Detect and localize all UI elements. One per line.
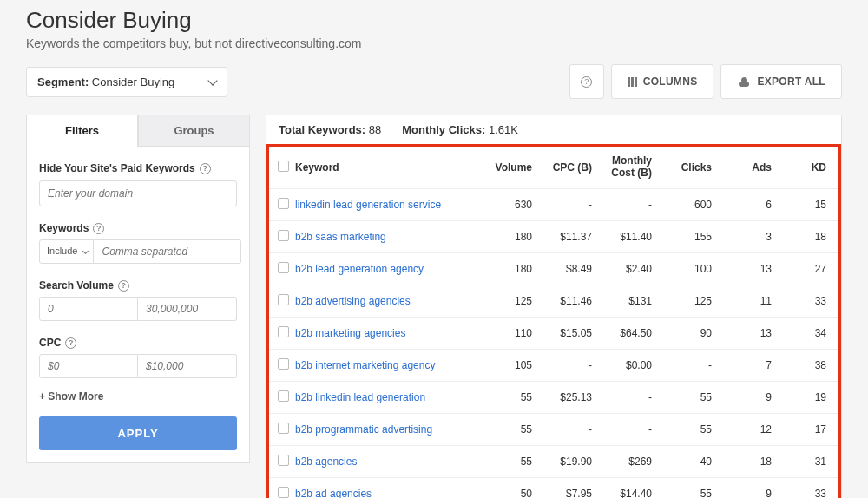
show-more-link[interactable]: + Show More bbox=[39, 390, 237, 403]
cell-clicks: 600 bbox=[659, 188, 719, 220]
export-all-button[interactable]: EXPORT ALL bbox=[720, 64, 842, 99]
cloud-icon bbox=[737, 77, 751, 87]
col-clicks[interactable]: Clicks bbox=[659, 147, 719, 188]
cell-cpc: $7.95 bbox=[539, 477, 599, 498]
keyword-link[interactable]: b2b agencies bbox=[295, 455, 357, 468]
cell-kd: 17 bbox=[779, 413, 838, 445]
apply-button[interactable]: APPLY bbox=[39, 416, 237, 450]
keyword-link[interactable]: b2b marketing agencies bbox=[295, 327, 405, 339]
row-checkbox[interactable] bbox=[278, 230, 289, 241]
cell-volume: 110 bbox=[479, 317, 539, 349]
row-checkbox[interactable] bbox=[278, 198, 289, 209]
cell-clicks: 55 bbox=[659, 381, 719, 413]
row-checkbox[interactable] bbox=[278, 455, 289, 466]
col-ads[interactable]: Ads bbox=[719, 147, 779, 188]
help-button[interactable]: ? bbox=[569, 64, 604, 99]
cell-ads: 6 bbox=[719, 188, 779, 220]
cell-monthly: $269 bbox=[599, 445, 659, 477]
cell-clicks: - bbox=[659, 349, 719, 381]
keywords-label: Keywords? bbox=[39, 222, 237, 234]
cell-kd: 27 bbox=[779, 252, 838, 285]
segment-label: Segment: bbox=[37, 75, 89, 88]
row-checkbox[interactable] bbox=[278, 390, 289, 402]
row-checkbox[interactable] bbox=[278, 326, 289, 337]
cell-volume: 630 bbox=[479, 188, 539, 220]
tab-groups[interactable]: Groups bbox=[138, 115, 250, 147]
col-monthly-cost[interactable]: MonthlyCost (B) bbox=[599, 147, 659, 188]
cell-cpc: $8.49 bbox=[539, 252, 599, 285]
cell-ads: 11 bbox=[719, 285, 779, 317]
keywords-table-highlight: Keyword Volume CPC (B) MonthlyCost (B) C… bbox=[266, 144, 841, 498]
cpc-min-input[interactable] bbox=[39, 354, 138, 378]
cell-cpc: $25.13 bbox=[539, 381, 599, 413]
cell-clicks: 125 bbox=[659, 285, 719, 317]
hide-keywords-label: Hide Your Site's Paid Keywords ? bbox=[39, 162, 237, 174]
sv-max-input[interactable] bbox=[138, 297, 237, 321]
monthly-clicks-value: 1.61K bbox=[489, 123, 518, 136]
col-keyword[interactable]: Keyword bbox=[288, 147, 479, 188]
cell-volume: 50 bbox=[479, 477, 539, 498]
tab-filters[interactable]: Filters bbox=[26, 115, 138, 147]
row-checkbox[interactable] bbox=[278, 423, 289, 434]
keyword-link[interactable]: b2b lead generation agency bbox=[295, 263, 424, 275]
keyword-link[interactable]: b2b linkedin lead generation bbox=[295, 391, 425, 403]
keyword-link[interactable]: b2b ad agencies bbox=[295, 488, 372, 498]
keyword-link[interactable]: b2b advertising agencies bbox=[295, 295, 411, 307]
table-row: linkedin lead generation service630--600… bbox=[269, 188, 838, 220]
search-volume-label: Search Volume? bbox=[39, 279, 237, 292]
total-keywords-value: 88 bbox=[369, 123, 381, 136]
cell-clicks: 55 bbox=[659, 477, 719, 498]
question-icon: ? bbox=[200, 163, 211, 174]
table-row: b2b agencies55$19.90$269401831 bbox=[269, 445, 838, 477]
col-cpc[interactable]: CPC (B) bbox=[539, 147, 599, 188]
col-kd[interactable]: KD bbox=[779, 147, 838, 188]
columns-label: COLUMNS bbox=[643, 75, 698, 88]
include-select[interactable]: Include bbox=[39, 239, 94, 264]
segment-dropdown[interactable]: Segment: Consider Buying bbox=[26, 67, 227, 97]
row-checkbox[interactable] bbox=[278, 358, 289, 370]
cell-ads: 13 bbox=[719, 252, 779, 285]
cell-ads: 13 bbox=[719, 317, 779, 349]
row-checkbox[interactable] bbox=[278, 294, 289, 305]
cell-kd: 19 bbox=[779, 381, 838, 413]
cell-ads: 18 bbox=[719, 445, 779, 477]
columns-icon bbox=[628, 77, 637, 87]
page-subtitle: Keywords the competitors buy, but not di… bbox=[26, 36, 842, 50]
cell-ads: 9 bbox=[719, 477, 779, 498]
chevron-down-icon bbox=[82, 248, 89, 254]
row-checkbox[interactable] bbox=[278, 262, 289, 273]
table-row: b2b programmatic advertising55--551217 bbox=[269, 413, 838, 445]
table-row: b2b advertising agencies125$11.46$131125… bbox=[269, 285, 838, 317]
cell-volume: 105 bbox=[479, 349, 539, 381]
col-volume[interactable]: Volume bbox=[479, 147, 539, 188]
keyword-link[interactable]: b2b internet marketing agency bbox=[295, 359, 435, 371]
select-all-checkbox[interactable] bbox=[278, 161, 289, 172]
cell-cpc: - bbox=[539, 349, 599, 381]
cell-cpc: - bbox=[539, 413, 599, 445]
cell-volume: 55 bbox=[479, 413, 539, 445]
cell-clicks: 100 bbox=[659, 252, 719, 285]
question-icon: ? bbox=[581, 76, 592, 88]
columns-button[interactable]: COLUMNS bbox=[611, 64, 714, 99]
domain-input[interactable] bbox=[39, 180, 237, 206]
page-title: Consider Buying bbox=[26, 7, 842, 34]
cell-clicks: 55 bbox=[659, 413, 719, 445]
cell-volume: 55 bbox=[479, 445, 539, 477]
cell-cpc: $15.05 bbox=[539, 317, 599, 349]
table-row: b2b internet marketing agency105-$0.00-7… bbox=[269, 349, 838, 381]
keyword-link[interactable]: b2b programmatic advertising bbox=[295, 423, 432, 436]
keyword-link[interactable]: b2b saas marketing bbox=[295, 231, 386, 243]
cell-monthly: - bbox=[599, 188, 659, 220]
sv-min-input[interactable] bbox=[39, 297, 138, 321]
cell-monthly: - bbox=[599, 381, 659, 413]
cell-clicks: 155 bbox=[659, 220, 719, 252]
cpc-max-input[interactable] bbox=[138, 354, 237, 378]
question-icon: ? bbox=[93, 223, 104, 234]
row-checkbox[interactable] bbox=[278, 487, 289, 498]
keyword-link[interactable]: linkedin lead generation service bbox=[295, 199, 441, 211]
cell-cpc: - bbox=[539, 188, 599, 220]
cell-volume: 180 bbox=[479, 220, 539, 252]
cell-volume: 180 bbox=[479, 252, 539, 285]
table-row: b2b ad agencies50$7.95$14.4055933 bbox=[269, 477, 838, 498]
keywords-input[interactable] bbox=[94, 239, 241, 264]
